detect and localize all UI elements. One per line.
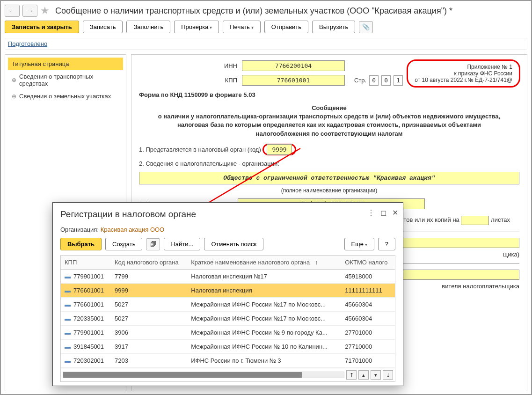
col-oktmo[interactable]: ОКТМО налого xyxy=(341,256,395,270)
expand-icon: ⊕ xyxy=(12,93,16,100)
favorite-icon[interactable]: ★ xyxy=(40,5,50,17)
sheets-count[interactable] xyxy=(461,216,489,225)
send-button[interactable]: Отправить xyxy=(264,21,308,33)
registrations-modal: Регистрации в налоговом органе ⋮ ◻ ✕ Орг… xyxy=(52,202,403,386)
toolbar: Записать и закрыть Записать Заполнить Пр… xyxy=(5,21,527,33)
annex-line2: к приказу ФНС России xyxy=(415,70,512,77)
table-row[interactable]: ▬3918450013917Межрайонная ИФНС России № … xyxy=(61,340,395,354)
scroll-up-icon[interactable]: ▴ xyxy=(358,370,369,380)
print-button[interactable]: Печать xyxy=(223,21,260,33)
more-icon[interactable]: ⋮ xyxy=(367,208,375,217)
back-button[interactable]: ← xyxy=(5,5,20,17)
scroll-down-icon[interactable]: ▾ xyxy=(371,370,381,380)
sidebar-item-label: Сведения о земельных участках xyxy=(19,93,111,100)
check-button[interactable]: Проверка xyxy=(174,21,219,33)
copy-icon[interactable]: 🗐 xyxy=(146,238,160,250)
close-icon[interactable]: ✕ xyxy=(392,208,398,217)
more-button[interactable]: Еще xyxy=(344,238,374,250)
page-digit: 0 xyxy=(381,75,391,86)
fill-button[interactable]: Заполнить xyxy=(126,21,170,33)
table-row[interactable]: ▬7203020017203ИФНС России по г. Тюмени №… xyxy=(61,354,395,368)
scroll-top-icon[interactable]: ⤒ xyxy=(346,370,357,380)
knd-line: Форма по КНД 1150099 в формате 5.03 xyxy=(139,91,519,98)
inn-value[interactable]: 7766200104 xyxy=(242,60,345,71)
col-code[interactable]: Код налогового органа xyxy=(111,256,187,270)
forward-button[interactable]: → xyxy=(22,5,37,17)
status-link[interactable]: Подготовлено xyxy=(5,38,527,50)
sidebar-item-label: Титульная страница xyxy=(12,60,69,67)
save-close-button[interactable]: Записать и закрыть xyxy=(5,21,79,33)
registrations-table: КПП Код налогового органа Краткое наимен… xyxy=(61,256,395,368)
inn-label: ИНН xyxy=(223,62,242,69)
cancel-search-button[interactable]: Отменить поиск xyxy=(204,238,263,250)
top-nav: ← → ★ Сообщение о наличии транспортных с… xyxy=(5,5,527,17)
sidebar-item-transport[interactable]: ⊕ Сведения о транспортных средствах xyxy=(8,70,123,90)
page-title: Сообщение о наличии транспортных средств… xyxy=(55,6,452,16)
tax-code-highlight: 9999 xyxy=(262,144,296,155)
modal-title: Регистрации в налоговом органе xyxy=(60,209,395,219)
col-kpp[interactable]: КПП xyxy=(61,256,111,270)
tax-code-value[interactable]: 9999 xyxy=(267,144,292,155)
table-row[interactable]: ▬7799010017799Налоговая инспекция №17459… xyxy=(61,270,395,284)
table-row[interactable]: ▬7766010015027Межрайонная ИФНС России №1… xyxy=(61,298,395,312)
sidebar-item-land[interactable]: ⊕ Сведения о земельных участках xyxy=(8,90,123,102)
line2-label: 2. Сведения о налогоплательщике - органи… xyxy=(139,160,519,167)
form-heading: Сообщение о наличии у налогоплательщика-… xyxy=(153,104,505,138)
annex-line1: Приложение № 1 xyxy=(415,64,512,70)
export-button[interactable]: Выгрузить xyxy=(312,21,355,33)
find-button[interactable]: Найти... xyxy=(164,238,200,250)
annex-box: Приложение № 1 к приказу ФНС России от 1… xyxy=(407,59,520,88)
sidebar-item-label: Сведения о транспортных средствах xyxy=(19,73,119,87)
page-digit: 0 xyxy=(369,75,379,86)
expand-icon: ⊕ xyxy=(12,77,16,83)
org-note: (полное наименование организации) xyxy=(139,187,519,194)
h-scrollbar[interactable] xyxy=(63,372,344,378)
line1-label: 1. Представляется в налоговый орган (код… xyxy=(139,146,261,153)
table-row[interactable]: ▬7799010013906Межрайонная ИФНС России № … xyxy=(61,326,395,340)
scroll-bottom-icon[interactable]: ⤓ xyxy=(383,370,393,380)
save-button[interactable]: Записать xyxy=(83,21,123,33)
org-label: Организация: xyxy=(60,226,99,233)
create-button[interactable]: Создать xyxy=(105,238,142,250)
annex-line3: от 10 августа 2022 г.№ ЕД-7-21/741@ xyxy=(415,77,512,83)
select-button[interactable]: Выбрать xyxy=(60,238,102,250)
sidebar-item-title-page[interactable]: Титульная страница xyxy=(8,58,123,70)
attach-icon[interactable]: 📎 xyxy=(359,21,373,33)
kpp-label: КПП xyxy=(223,77,242,84)
page-label: Стр. xyxy=(354,77,366,84)
table-row[interactable]: ▬7766010019999Налоговая инспекция1111111… xyxy=(61,284,395,298)
kpp-value[interactable]: 776601001 xyxy=(242,75,345,86)
table-row[interactable]: ▬7203350015027Межрайонная ИФНС России №1… xyxy=(61,312,395,326)
org-full-name[interactable]: Общество с ограниченной ответственностью… xyxy=(139,172,519,184)
org-link[interactable]: Красивая акация ООО xyxy=(101,226,165,233)
page-digit: 1 xyxy=(394,75,403,86)
maximize-icon[interactable]: ◻ xyxy=(380,208,386,217)
col-name[interactable]: Краткое наименование налогового органа ↑ xyxy=(187,256,341,270)
help-button[interactable]: ? xyxy=(378,238,395,250)
